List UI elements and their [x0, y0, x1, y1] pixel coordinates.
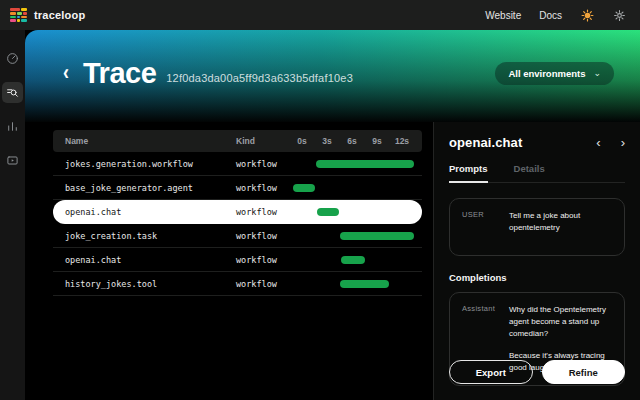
- page-title: Trace: [83, 57, 156, 90]
- column-header-name: Name: [53, 136, 236, 146]
- trace-table-body: jokes.generation.workflowworkflowbase_jo…: [53, 152, 422, 296]
- span-duration-track: [290, 272, 422, 295]
- column-header-kind: Kind: [236, 136, 290, 146]
- span-kind: workflow: [236, 159, 290, 169]
- nav-link-website[interactable]: Website: [485, 10, 521, 21]
- main-area: ‹ Trace 12f0da3da00a5ff9d3a633b5dfaf10e3…: [25, 30, 640, 400]
- span-name: history_jokes.tool: [53, 279, 236, 289]
- prompt-text: Tell me a joke about opentelemetry: [509, 210, 612, 244]
- span-name: joke_creation.task: [53, 231, 236, 241]
- span-duration-bar: [340, 280, 389, 288]
- table-row[interactable]: history_jokes.toolworkflow: [53, 272, 422, 296]
- span-duration-bar: [341, 256, 365, 264]
- trace-id: 12f0da3da00a5ff9d3a633b5dfaf10e3: [166, 72, 353, 84]
- span-name: openai.chat: [53, 255, 236, 265]
- tab-prompts[interactable]: Prompts: [449, 163, 488, 183]
- nav-link-docs[interactable]: Docs: [539, 10, 562, 21]
- span-kind: workflow: [236, 255, 290, 265]
- tick-label: 12s: [395, 136, 409, 146]
- settings-gear-icon[interactable]: [612, 8, 626, 22]
- span-title: openai.chat: [449, 135, 522, 150]
- span-duration-bar: [340, 232, 414, 240]
- table-row[interactable]: jokes.generation.workflowworkflow: [53, 152, 422, 176]
- chevron-down-icon: ⌄: [593, 71, 601, 75]
- table-row[interactable]: openai.chatworkflow: [53, 200, 422, 224]
- spans-table: Name Kind 0s 3s 6s 9s 12s jokes.generati…: [25, 122, 433, 400]
- span-duration-bar: [293, 184, 315, 192]
- refine-button[interactable]: Refine: [542, 360, 626, 384]
- top-bar: traceloop Website Docs: [0, 0, 640, 30]
- prev-span-button[interactable]: ‹: [596, 136, 600, 149]
- left-sidebar: [0, 30, 25, 400]
- traceloop-logo-icon: [10, 8, 27, 22]
- sidebar-item-analytics[interactable]: [2, 116, 23, 137]
- span-name: openai.chat: [53, 207, 236, 217]
- theme-sun-icon[interactable]: [580, 8, 594, 22]
- span-duration-bar: [317, 208, 339, 216]
- span-duration-bar: [316, 160, 414, 168]
- playground-monitor-icon: [6, 154, 19, 167]
- sidebar-item-traces[interactable]: [2, 82, 23, 103]
- dashboard-gauge-icon: [6, 52, 19, 65]
- trace-header: ‹ Trace 12f0da3da00a5ff9d3a633b5dfaf10e3…: [25, 30, 640, 122]
- table-header: Name Kind 0s 3s 6s 9s 12s: [53, 130, 422, 152]
- brand-name: traceloop: [34, 9, 85, 21]
- span-duration-track: [290, 248, 422, 271]
- next-span-button[interactable]: ›: [621, 136, 625, 149]
- span-duration-track: [290, 152, 422, 175]
- tab-details[interactable]: Details: [514, 163, 545, 182]
- span-duration-track: [290, 176, 422, 199]
- prompt-role-label: USER: [462, 210, 509, 244]
- tick-label: 9s: [372, 136, 381, 146]
- panel-tabs: Prompts Details: [449, 163, 625, 183]
- span-name: base_joke_generator.agent: [53, 183, 236, 193]
- table-row[interactable]: base_joke_generator.agentworkflow: [53, 176, 422, 200]
- table-row[interactable]: joke_creation.taskworkflow: [53, 224, 422, 248]
- span-kind: workflow: [236, 207, 290, 217]
- prompt-message-box: USER Tell me a joke about opentelemetry: [449, 198, 625, 256]
- bar-chart-icon: [6, 120, 19, 133]
- sidebar-item-dashboard[interactable]: [2, 48, 23, 69]
- timeline-ticks: 0s 3s 6s 9s 12s: [290, 130, 422, 152]
- back-button[interactable]: ‹: [63, 62, 69, 84]
- trace-search-icon: [6, 86, 19, 99]
- span-duration-track: [290, 200, 422, 223]
- tick-label: 0s: [297, 136, 306, 146]
- span-kind: workflow: [236, 231, 290, 241]
- tick-label: 3s: [322, 136, 331, 146]
- span-name: jokes.generation.workflow: [53, 159, 236, 169]
- span-kind: workflow: [236, 183, 290, 193]
- completions-heading: Completions: [449, 272, 625, 283]
- export-button[interactable]: Export: [449, 360, 533, 384]
- tick-label: 6s: [347, 136, 356, 146]
- table-row[interactable]: openai.chatworkflow: [53, 248, 422, 272]
- span-duration-track: [290, 224, 422, 247]
- span-details-panel: openai.chat ‹ › Prompts Details USER Tel…: [433, 122, 640, 400]
- span-kind: workflow: [236, 279, 290, 289]
- environment-dropdown[interactable]: All environments ⌄: [495, 62, 614, 85]
- sidebar-item-playground[interactable]: [2, 150, 23, 171]
